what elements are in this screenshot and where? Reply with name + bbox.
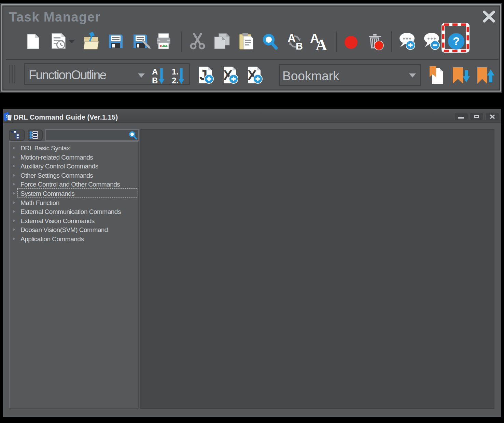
svg-text:A: A bbox=[152, 67, 158, 76]
svg-text:A: A bbox=[316, 36, 327, 52]
svg-text:B: B bbox=[296, 41, 303, 51]
svg-text:2.: 2. bbox=[172, 76, 179, 85]
svg-text:1.: 1. bbox=[172, 67, 179, 76]
svg-text:A: A bbox=[288, 32, 296, 44]
svg-text:B: B bbox=[152, 76, 158, 85]
